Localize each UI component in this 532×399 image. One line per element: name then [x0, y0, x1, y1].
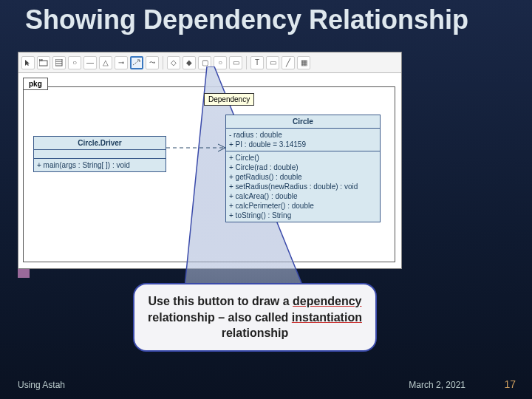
embedded-screenshot: ○ — △ ⊸ ⤳ ◇ ◆ ▢ ○ ▭ T ▭ ╱ ▦ pkg Dependen…: [18, 52, 402, 269]
operation: + setRadius(newRadius : double) : void: [229, 182, 377, 191]
operation: + main(args : String[ ]) : void: [37, 160, 163, 170]
svg-rect-2: [55, 59, 62, 66]
callout-dependency-word: dependency: [293, 295, 361, 307]
callout-text: relationship – also called: [148, 311, 292, 324]
class-name: Circle: [226, 115, 380, 129]
operation: + Circle(): [229, 153, 377, 163]
svg-line-5: [133, 61, 139, 65]
slide-title: Showing Dependency Relationship: [25, 4, 468, 35]
attribute: - radius : double: [229, 130, 377, 140]
callout-text: relationship: [222, 327, 289, 339]
attributes-section: [34, 150, 166, 159]
tool-package-icon[interactable]: [37, 56, 50, 69]
tool-shape[interactable]: ▭: [266, 56, 279, 69]
diagram-canvas: pkg Dependency Circle.Driver + main(args…: [18, 73, 401, 268]
tool-note-icon[interactable]: ▭: [229, 56, 242, 69]
uml-toolbar: ○ — △ ⊸ ⤳ ◇ ◆ ▢ ○ ▭ T ▭ ╱ ▦: [18, 52, 401, 73]
tool-dependency[interactable]: [130, 56, 143, 69]
footer-date: March 2, 2021: [409, 380, 466, 390]
dependency-arrow: [166, 143, 233, 152]
tool-composition[interactable]: ◆: [183, 56, 196, 69]
tool-realization[interactable]: ⊸: [115, 56, 128, 69]
uml-class-circle[interactable]: Circle - radius : double + PI : double =…: [225, 115, 381, 222]
tool-class-icon[interactable]: [52, 56, 66, 69]
tool-association[interactable]: —: [83, 56, 97, 69]
tool-circle-icon[interactable]: ○: [214, 56, 227, 69]
callout-text: Use this button to draw a: [149, 295, 293, 307]
tool-pointer[interactable]: [21, 56, 35, 69]
tool-generalization[interactable]: △: [99, 56, 112, 69]
tool-image-icon[interactable]: ▦: [297, 56, 310, 69]
operation: + calcPerimeter() : double: [229, 201, 377, 211]
tool-port[interactable]: ▢: [198, 56, 211, 69]
callout-instantiation-word: instantiation: [292, 311, 362, 324]
operation: + getRadius() : double: [229, 172, 377, 182]
operation: + calcArea() : double: [229, 191, 377, 201]
uml-class-circle-driver[interactable]: Circle.Driver + main(args : String[ ]) :…: [33, 136, 166, 172]
svg-rect-0: [39, 61, 47, 66]
callout-bubble: Use this button to draw a dependency rel…: [133, 283, 377, 352]
footer-tool: Using Astah: [18, 380, 65, 390]
operations-section: + main(args : String[ ]) : void: [34, 159, 166, 171]
tool-aggregation[interactable]: ◇: [167, 56, 180, 69]
tool-text[interactable]: T: [250, 56, 264, 69]
operation: + toString() : String: [229, 211, 377, 220]
dependency-tooltip: Dependency: [204, 93, 254, 106]
footer-page: 17: [504, 378, 516, 390]
svg-rect-1: [39, 59, 42, 61]
tool-interface-icon[interactable]: ○: [68, 56, 81, 69]
attributes-section: - radius : double + PI : double = 3.1415…: [226, 129, 380, 151]
tool-usage[interactable]: ⤳: [146, 56, 159, 69]
operation: + Circle(rad : double): [229, 163, 377, 172]
operations-section: + Circle() + Circle(rad : double) + getR…: [226, 151, 380, 222]
package-tab: pkg: [23, 78, 48, 90]
class-name: Circle.Driver: [34, 137, 166, 150]
tool-line[interactable]: ╱: [282, 56, 295, 69]
attribute: + PI : double = 3.14159: [229, 140, 377, 149]
